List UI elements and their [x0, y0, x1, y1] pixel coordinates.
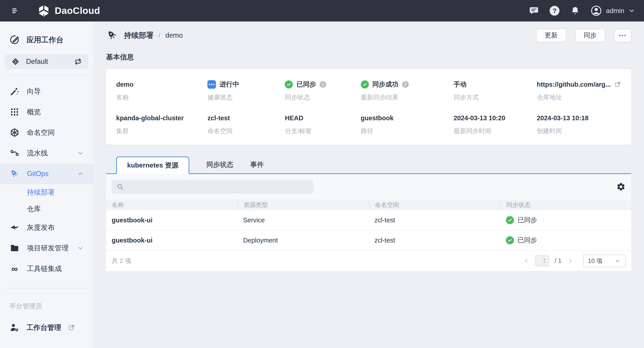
breadcrumb-separator: /	[158, 31, 160, 39]
table-toolbar	[106, 180, 631, 194]
field-label: 集群	[116, 127, 208, 135]
external-link-icon	[68, 324, 75, 331]
workbench-admin-label: 工作台管理	[26, 323, 61, 332]
info-field-repo-url: https://github.com/arg... 仓库地址	[537, 79, 621, 102]
field-value: 进行中	[220, 80, 239, 89]
tab-events[interactable]: 事件	[250, 156, 264, 173]
info-field-path: guestbook 路径	[361, 113, 454, 135]
field-label: 同步状态	[285, 93, 360, 102]
tab-sync-status[interactable]: 同步状态	[206, 156, 233, 173]
page-size-value: 10 项	[588, 257, 602, 265]
workbench-icon	[10, 34, 20, 45]
field-value: HEAD	[285, 114, 303, 122]
gear-icon[interactable]	[616, 182, 626, 191]
search-icon	[116, 183, 124, 190]
cube-icon	[10, 128, 20, 138]
menu-toggle-button[interactable]	[9, 4, 22, 17]
update-button[interactable]: 更新	[536, 29, 566, 42]
table-row[interactable]: guestbook-ui Service zcl-test 已同步	[106, 210, 631, 230]
username: admin	[606, 7, 624, 14]
notifications-bell-icon[interactable]	[570, 5, 580, 16]
rocket-icon	[106, 29, 118, 41]
search-box[interactable]	[112, 180, 314, 194]
sidebar-divider	[5, 288, 88, 288]
table-footer: 共 2 项 1 / 1 10 项	[106, 251, 631, 271]
table-row[interactable]: guestbook-ui Deployment zcl-test 已同步	[106, 230, 631, 251]
prev-page-icon[interactable]	[523, 258, 530, 264]
table-header: 名称 资源类型 命名空间 同步状态	[106, 199, 631, 210]
workspace-diamond-icon	[11, 57, 20, 66]
field-value: zcl-test	[208, 114, 230, 122]
user-chevron-down-icon	[628, 7, 635, 14]
info-icon[interactable]: i	[402, 81, 409, 88]
rocket-icon	[10, 169, 20, 179]
sidebar-item-overview[interactable]: 概览	[0, 102, 93, 122]
chevron-down-icon	[77, 150, 84, 157]
daocloud-logo-icon	[37, 4, 50, 17]
page-size-select[interactable]: 10 项	[583, 254, 626, 267]
role-label: 平台管理员	[0, 294, 93, 320]
main-content: 持续部署 / demo 更新 同步 ••• 基本信息 demo 名称 进行中 健…	[93, 21, 644, 348]
sidebar: 应用工作台 Default 向导 概览 命名空间	[0, 21, 93, 348]
sidebar-subitem-continuous-deployment[interactable]: 持续部署	[0, 184, 93, 201]
progressing-icon	[208, 80, 216, 89]
basic-info-title: 基本信息	[106, 52, 631, 62]
check-circle-icon	[285, 80, 293, 88]
pipeline-icon	[10, 148, 20, 158]
sync-button[interactable]: 同步	[575, 29, 605, 42]
info-field-sync-status: 已同步 i 同步状态	[285, 79, 360, 102]
next-page-icon[interactable]	[567, 258, 574, 264]
field-value: demo	[116, 81, 134, 88]
field-label: 分支/标签	[285, 127, 360, 135]
field-value: 已同步	[296, 80, 316, 89]
cell-namespace: zcl-test	[369, 216, 500, 224]
external-link-icon[interactable]	[614, 81, 621, 88]
page-total: / 1	[555, 257, 562, 264]
sidebar-item-wizard[interactable]: 向导	[0, 81, 93, 102]
column-header-type: 资源类型	[238, 199, 369, 210]
sidebar-item-toolchain[interactable]: ∞ 工具链集成	[0, 258, 93, 279]
topbar-right: ? admin	[529, 5, 635, 16]
brand-name: DaoCloud	[55, 5, 100, 16]
user-menu[interactable]: admin	[591, 5, 635, 16]
avatar	[591, 5, 602, 16]
workspace-selector[interactable]: Default	[5, 54, 88, 69]
check-circle-icon	[361, 80, 369, 88]
basic-info-card: demo 名称 进行中 健康状态 已同步 i 同步状态 同步成功 i 最新	[106, 69, 631, 145]
breadcrumb-root[interactable]: 持续部署	[124, 30, 154, 40]
hamburger-icon	[10, 6, 20, 15]
sidebar-item-gray-release[interactable]: 灰度发布	[0, 217, 93, 238]
info-field-sync-mode: 手动 同步方式	[454, 79, 537, 102]
page-number-input[interactable]: 1	[535, 255, 549, 267]
workspace-title: 应用工作台	[26, 35, 64, 45]
field-value: 同步成功	[372, 80, 398, 89]
info-icon[interactable]: i	[320, 81, 326, 88]
column-header-namespace: 命名空间	[369, 199, 500, 210]
repo-url[interactable]: https://github.com/arg...	[537, 81, 611, 88]
resources-panel: 名称 资源类型 命名空间 同步状态 guestbook-ui Service z…	[106, 174, 631, 271]
help-icon[interactable]: ?	[549, 5, 560, 16]
sidebar-item-label: 流水线	[27, 149, 48, 158]
more-actions-button[interactable]: •••	[614, 29, 631, 42]
workbench-admin-link[interactable]: 工作台管理	[0, 320, 93, 336]
user-cube-icon	[10, 323, 20, 333]
feedback-chat-icon[interactable]	[529, 5, 539, 16]
sidebar-item-namespace[interactable]: 命名空间	[0, 122, 93, 143]
question-mark-glyph: ?	[550, 6, 560, 16]
subitem-label: 仓库	[27, 204, 41, 214]
sidebar-item-project-management[interactable]: 项目研发管理	[0, 238, 93, 258]
tab-kubernetes-resources[interactable]: kubernetes 资源	[116, 157, 189, 174]
cell-name[interactable]: guestbook-ui	[106, 216, 238, 224]
check-circle-icon	[506, 236, 514, 244]
infinity-icon: ∞	[10, 264, 20, 273]
cell-name[interactable]: guestbook-ui	[106, 237, 238, 244]
info-field-branch: HEAD 分支/标签	[285, 113, 360, 135]
sidebar-subitem-repository[interactable]: 仓库	[0, 201, 93, 217]
sidebar-item-pipeline[interactable]: 流水线	[0, 143, 93, 164]
grid-dots-icon	[10, 107, 20, 117]
info-field-cluster: kpanda-global-cluster 集群	[116, 113, 208, 135]
status-text: 已同步	[518, 236, 537, 245]
search-input[interactable]	[127, 183, 308, 190]
sidebar-item-gitops[interactable]: GitOps	[0, 164, 93, 184]
workspace-switch-icon[interactable]	[74, 57, 82, 66]
